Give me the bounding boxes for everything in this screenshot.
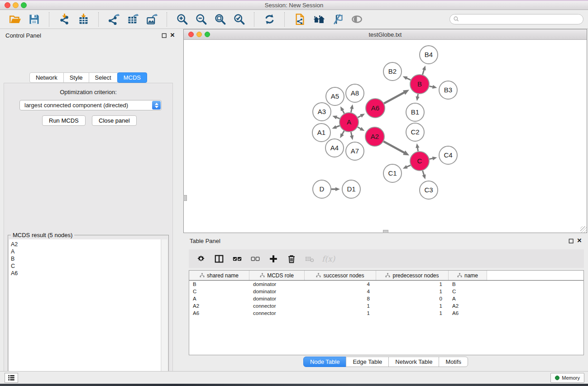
toggle-bird-view-button[interactable] — [328, 12, 347, 27]
cell-name[interactable]: A — [449, 296, 487, 301]
cell-successor-nodes[interactable]: 4 — [305, 281, 376, 287]
save-session-button[interactable] — [24, 12, 43, 27]
cell-predecessor-nodes[interactable]: 1 — [376, 281, 449, 287]
edge-A6-B[interactable] — [384, 92, 404, 103]
edge-B-B3[interactable] — [430, 86, 433, 87]
network-scroll-mark-bottom[interactable] — [383, 230, 388, 233]
task-history-button[interactable] — [5, 373, 18, 383]
delete-row-button[interactable] — [286, 253, 297, 265]
edge-A-A7[interactable] — [351, 132, 352, 136]
deselect-all-button[interactable] — [249, 253, 261, 265]
criterion-dropdown[interactable]: largest connected component (directed) — [19, 100, 162, 110]
table-settings-button[interactable] — [195, 253, 207, 265]
edge-C-C4[interactable] — [430, 158, 433, 159]
cell-predecessor-nodes[interactable]: 1 — [376, 303, 449, 309]
toggle-graphics-details-button[interactable] — [347, 12, 366, 27]
mcds-result-list[interactable]: A2ABCA6 — [9, 239, 161, 386]
edge-B-B4[interactable] — [422, 69, 424, 74]
resize-grip-icon[interactable] — [580, 226, 587, 233]
cell-MCDS-role[interactable]: connector — [249, 310, 305, 316]
run-mcds-button[interactable]: Run MCDS — [42, 115, 86, 126]
table-row[interactable]: Bdominator41B — [189, 281, 583, 288]
home-view-button[interactable] — [309, 12, 328, 27]
cell-successor-nodes[interactable]: 1 — [305, 303, 376, 309]
cell-name[interactable]: C — [449, 289, 487, 294]
close-panel-button[interactable]: Close panel — [92, 115, 137, 126]
result-item[interactable]: A2 — [11, 241, 161, 248]
tab-edge-table[interactable]: Edge Table — [346, 357, 389, 367]
edge-A2-C[interactable] — [383, 142, 404, 153]
zoom-fit-button[interactable] — [210, 12, 229, 27]
edge-A-A2[interactable] — [358, 127, 361, 129]
edge-C-C1[interactable] — [406, 165, 411, 167]
tab-select[interactable]: Select — [89, 72, 118, 83]
result-scrollbar[interactable] — [162, 239, 167, 386]
cell-successor-nodes[interactable]: 4 — [305, 289, 376, 294]
edge-A-A3[interactable] — [336, 117, 340, 119]
network-scroll-mark-left[interactable] — [183, 195, 187, 201]
edge-B-B2[interactable] — [406, 78, 411, 80]
memory-button[interactable]: Memory — [550, 373, 584, 383]
table-row[interactable]: A6connector11A6 — [189, 310, 583, 317]
zoom-in-button[interactable] — [172, 12, 191, 27]
tab-mcds[interactable]: MCDS — [117, 72, 147, 83]
cell-predecessor-nodes[interactable]: 0 — [376, 296, 449, 301]
column-header-successor-nodes[interactable]: successor nodes — [305, 271, 376, 280]
import-table-button[interactable] — [74, 12, 93, 27]
new-network-from-selection-button[interactable] — [290, 12, 309, 27]
export-table-button[interactable] — [123, 12, 142, 27]
zoom-out-button[interactable] — [191, 12, 210, 27]
cell-shared-name[interactable]: B — [189, 281, 249, 287]
result-item[interactable]: B — [11, 255, 161, 262]
column-header-MCDS-role[interactable]: MCDS role — [249, 271, 305, 280]
import-network-button[interactable] — [55, 12, 74, 27]
result-item[interactable]: A — [11, 248, 161, 255]
cell-MCDS-role[interactable]: dominator — [249, 289, 305, 294]
column-header-name[interactable]: name — [449, 271, 487, 280]
refresh-layout-button[interactable] — [260, 12, 279, 27]
network-view[interactable]: B4B2BB3A8A5A6B1A3AC2A1A2A4A7C4CC1C3DD1 — [184, 40, 587, 233]
add-row-button[interactable] — [268, 253, 279, 265]
cell-shared-name[interactable]: A2 — [189, 303, 249, 309]
cell-name[interactable]: B — [449, 281, 487, 287]
search-input[interactable] — [449, 14, 583, 24]
float-panel-icon[interactable] — [161, 33, 167, 39]
cell-predecessor-nodes[interactable]: 1 — [376, 289, 449, 294]
cell-shared-name[interactable]: A — [189, 296, 249, 301]
result-item[interactable]: C — [11, 262, 161, 270]
select-all-button[interactable] — [231, 253, 243, 265]
table-row[interactable]: Adominator80A — [189, 295, 583, 302]
edge-A-A5[interactable] — [342, 110, 344, 114]
tab-node-table[interactable]: Node Table — [303, 357, 347, 367]
table-float-panel-icon[interactable] — [568, 238, 574, 244]
result-item[interactable]: A6 — [11, 270, 161, 277]
table-row[interactable]: A2connector11A2 — [189, 302, 583, 310]
cell-name[interactable]: A6 — [449, 310, 487, 316]
edge-A-A1[interactable] — [336, 126, 340, 127]
tab-network-table[interactable]: Network Table — [388, 357, 439, 367]
edge-B-B1[interactable] — [417, 94, 418, 97]
tab-style[interactable]: Style — [63, 72, 89, 83]
cell-MCDS-role[interactable]: dominator — [249, 281, 305, 287]
cell-shared-name[interactable]: A6 — [189, 310, 249, 316]
cell-MCDS-role[interactable]: connector — [249, 303, 305, 309]
open-file-button[interactable] — [5, 12, 24, 27]
edge-A-A4[interactable] — [342, 131, 344, 134]
cell-predecessor-nodes[interactable]: 1 — [376, 310, 449, 316]
edge-A-A8[interactable] — [351, 108, 352, 112]
edge-C-C2[interactable] — [417, 148, 418, 152]
column-header-shared-name[interactable]: shared name — [189, 271, 249, 280]
table-close-panel-icon[interactable]: ✕ — [576, 238, 583, 244]
cell-name[interactable]: A2 — [449, 303, 487, 309]
cell-successor-nodes[interactable]: 1 — [305, 310, 376, 316]
split-columns-button[interactable] — [213, 253, 225, 265]
zoom-selected-button[interactable] — [229, 12, 249, 27]
tab-motifs[interactable]: Motifs — [439, 357, 468, 367]
column-header-predecessor-nodes[interactable]: predecessor nodes — [376, 271, 449, 280]
cell-successor-nodes[interactable]: 8 — [305, 296, 376, 301]
edge-C-C3[interactable] — [423, 171, 424, 176]
close-panel-icon[interactable]: ✕ — [169, 32, 176, 38]
cell-shared-name[interactable]: C — [189, 289, 249, 294]
tab-network[interactable]: Network — [29, 72, 64, 83]
cell-MCDS-role[interactable]: dominator — [249, 296, 305, 301]
